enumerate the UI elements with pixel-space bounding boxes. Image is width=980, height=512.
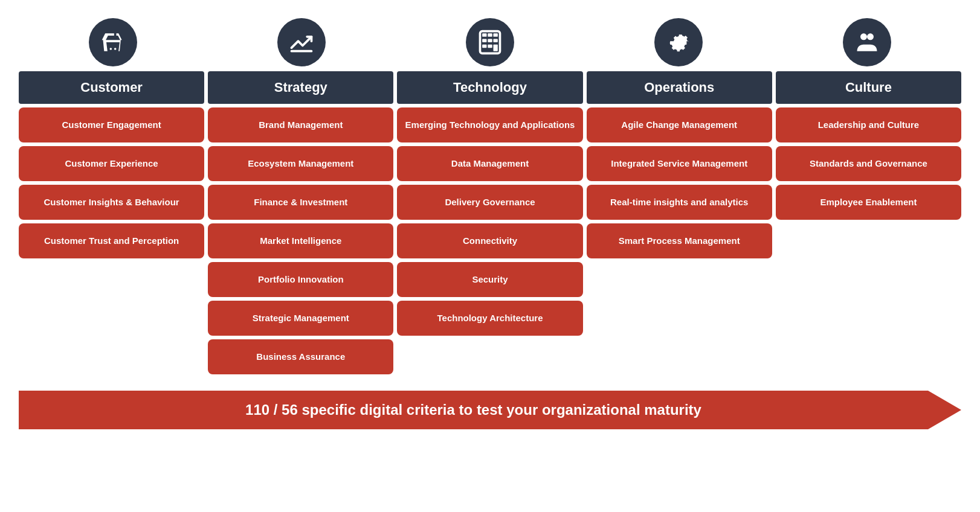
svg-rect-7	[482, 39, 486, 43]
item-card-technology-1[interactable]: Data Management	[397, 146, 582, 181]
svg-rect-10	[482, 45, 486, 48]
icons-row	[19, 18, 961, 66]
column-culture: CultureLeadership and CultureStandards a…	[776, 71, 961, 374]
svg-rect-5	[488, 33, 492, 37]
column-header-culture: Culture	[776, 71, 961, 104]
item-card-strategy-2[interactable]: Finance & Investment	[208, 185, 393, 220]
item-card-operations-3[interactable]: Smart Process Management	[587, 223, 772, 258]
svg-rect-9	[494, 39, 498, 43]
icon-cell-customer-icon	[19, 18, 207, 66]
culture-icon	[843, 18, 891, 66]
svg-point-14	[867, 33, 874, 40]
icon-cell-operations-icon	[584, 18, 773, 66]
column-header-technology: Technology	[397, 71, 582, 104]
column-strategy: StrategyBrand ManagementEcosystem Manage…	[208, 71, 393, 374]
svg-point-1	[114, 48, 117, 50]
column-operations: OperationsAgile Change ManagementIntegra…	[587, 71, 772, 374]
item-card-technology-0[interactable]: Emerging Technology and Applications	[397, 107, 582, 142]
svg-rect-6	[494, 33, 498, 37]
item-card-customer-1[interactable]: Customer Experience	[19, 146, 204, 181]
customer-icon	[89, 18, 137, 66]
columns-container: CustomerCustomer EngagementCustomer Expe…	[19, 71, 961, 374]
strategy-icon	[277, 18, 326, 66]
arrow-head	[928, 391, 961, 429]
item-card-operations-1[interactable]: Integrated Service Management	[587, 146, 772, 181]
item-card-technology-2[interactable]: Delivery Governance	[397, 185, 582, 220]
icon-cell-technology-icon	[396, 18, 584, 66]
icon-cell-strategy-icon	[207, 18, 396, 66]
arrow-body: 110 / 56 specific digital criteria to te…	[19, 391, 928, 429]
arrow-banner: 110 / 56 specific digital criteria to te…	[19, 389, 961, 431]
icon-cell-culture-icon	[773, 18, 961, 66]
item-card-strategy-5[interactable]: Strategic Management	[208, 301, 393, 336]
item-card-customer-2[interactable]: Customer Insights & Behaviour	[19, 185, 204, 220]
item-card-culture-1[interactable]: Standards and Governance	[776, 146, 961, 181]
column-customer: CustomerCustomer EngagementCustomer Expe…	[19, 71, 204, 374]
banner-text: 110 / 56 specific digital criteria to te…	[245, 402, 701, 418]
item-card-operations-2[interactable]: Real-time insights and analytics	[587, 185, 772, 220]
item-card-technology-4[interactable]: Security	[397, 262, 582, 297]
item-card-culture-0[interactable]: Leadership and Culture	[776, 107, 961, 142]
column-header-strategy: Strategy	[208, 71, 393, 104]
item-card-customer-0[interactable]: Customer Engagement	[19, 107, 204, 142]
svg-point-0	[110, 48, 112, 50]
column-technology: TechnologyEmerging Technology and Applic…	[397, 71, 582, 374]
svg-point-13	[860, 33, 867, 40]
item-card-technology-3[interactable]: Connectivity	[397, 223, 582, 258]
item-card-strategy-4[interactable]: Portfolio Innovation	[208, 262, 393, 297]
svg-rect-12	[494, 45, 498, 51]
svg-rect-11	[488, 45, 492, 48]
item-card-technology-5[interactable]: Technology Architecture	[397, 301, 582, 336]
item-card-strategy-1[interactable]: Ecosystem Management	[208, 146, 393, 181]
column-header-customer: Customer	[19, 71, 204, 104]
item-card-strategy-0[interactable]: Brand Management	[208, 107, 393, 142]
svg-rect-8	[488, 39, 492, 43]
item-card-strategy-3[interactable]: Market Intelligence	[208, 223, 393, 258]
technology-icon	[466, 18, 514, 66]
operations-icon	[654, 18, 703, 66]
item-card-strategy-6[interactable]: Business Assurance	[208, 339, 393, 374]
item-card-customer-3[interactable]: Customer Trust and Perception	[19, 223, 204, 258]
item-card-operations-0[interactable]: Agile Change Management	[587, 107, 772, 142]
item-card-culture-2[interactable]: Employee Enablement	[776, 185, 961, 220]
svg-rect-4	[482, 33, 486, 37]
column-header-operations: Operations	[587, 71, 772, 104]
